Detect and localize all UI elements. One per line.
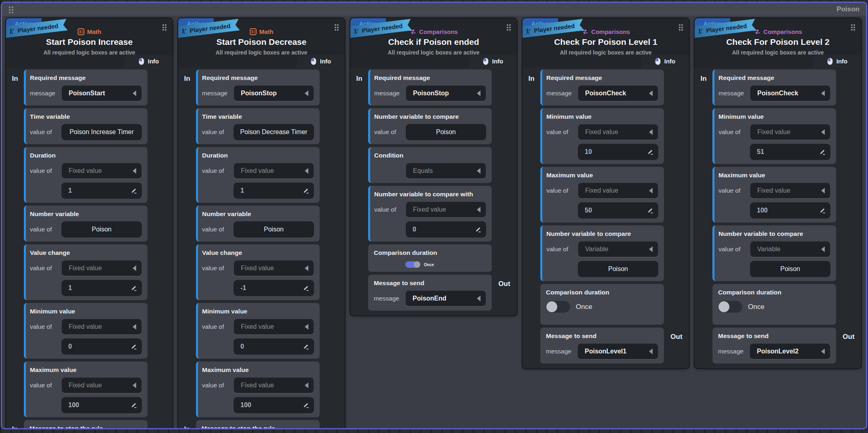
logic-group-required-message: Required messagemessagePoisonCheck: [712, 69, 836, 105]
card-drag-handle-icon[interactable]: [334, 23, 339, 30]
message-select[interactable]: PoisonStop: [234, 85, 314, 101]
info-button[interactable]: Info: [641, 55, 689, 67]
input-gutter-label: In: [6, 69, 24, 83]
value-of-select[interactable]: Variable: [578, 241, 658, 257]
value-of-select[interactable]: Fixed value: [750, 183, 830, 199]
variable-chip[interactable]: Poison Decrease Timer: [234, 124, 314, 140]
card-drag-handle-icon[interactable]: [851, 23, 855, 30]
field-row: value ofPoison: [374, 124, 486, 140]
value-of-select[interactable]: Fixed value: [234, 260, 314, 276]
value-of-select[interactable]: Fixed value: [750, 124, 830, 140]
output-gutter-label: [320, 420, 345, 425]
field-row: messagePoisonEnd: [374, 290, 486, 307]
value-of-select[interactable]: Variable: [750, 241, 830, 257]
group-title: Number variable to compare: [546, 230, 658, 238]
dropdown-arrow-icon: [133, 265, 136, 271]
info-button[interactable]: Info: [297, 55, 345, 67]
value-input[interactable]: 0: [61, 338, 142, 355]
value-text: 1: [240, 187, 303, 194]
group-row: Maximum valuevalue ofFixed value100: [6, 362, 173, 417]
value-input[interactable]: 50: [578, 202, 658, 219]
output-gutter-label: [492, 69, 517, 75]
player-icon: [525, 28, 532, 35]
value-text: 50: [585, 207, 647, 214]
edit-icon: [131, 343, 137, 350]
variable-chip[interactable]: Poison: [61, 221, 142, 238]
mouse-icon: [655, 58, 661, 65]
value-of-select[interactable]: Fixed value: [234, 377, 314, 393]
comparison-duration-toggle[interactable]: [546, 301, 570, 313]
card-drag-handle-icon[interactable]: [678, 23, 683, 30]
logic-group-required-message: Required messagemessagePoisonStop: [196, 69, 320, 105]
card-drag-handle-icon[interactable]: [162, 23, 166, 30]
logic-group-minimum-value: Minimum valuevalue ofFixed value10: [540, 108, 664, 164]
info-button[interactable]: Info: [813, 55, 861, 67]
value-input[interactable]: 1: [61, 183, 142, 199]
value-input[interactable]: 1: [234, 183, 314, 199]
info-button[interactable]: Info: [125, 55, 173, 67]
input-gutter-label: [350, 147, 368, 152]
comparison-duration-toggle[interactable]: [718, 301, 742, 313]
dropdown-arrow-icon: [305, 324, 308, 330]
dropdown-arrow-icon: [305, 168, 308, 174]
value-of-select[interactable]: Fixed value: [578, 124, 658, 140]
logic-group-time-variable: Time variablevalue ofPoison Decrease Tim…: [196, 108, 320, 144]
value-input[interactable]: 0: [234, 338, 314, 355]
value-of-select[interactable]: Fixed value: [61, 377, 142, 393]
value-of-select[interactable]: Fixed value: [234, 163, 314, 179]
value-of-select[interactable]: Fixed value: [61, 260, 142, 276]
window-drag-handle-icon[interactable]: [8, 6, 13, 13]
dropdown-arrow-icon: [477, 296, 480, 301]
option-select[interactable]: Equals: [406, 163, 486, 179]
message-select[interactable]: PoisonLevel1: [577, 343, 658, 359]
output-gutter-label: [492, 244, 517, 250]
input-gutter-label: [6, 362, 24, 367]
value-of-select[interactable]: Fixed value: [61, 163, 142, 179]
comparison-duration-toggle[interactable]: [405, 261, 420, 268]
value-of-select[interactable]: Fixed value: [578, 183, 658, 199]
variable-chip[interactable]: Poison Increase Timer: [61, 124, 142, 140]
value-of-select[interactable]: Fixed value: [406, 202, 486, 218]
value-input[interactable]: -1: [234, 280, 314, 296]
output-gutter-label: [147, 362, 173, 367]
field-row: messagePoisonStop: [374, 85, 486, 101]
input-gutter-label: [522, 167, 540, 172]
card-drag-handle-icon[interactable]: [506, 23, 511, 30]
message-select[interactable]: PoisonLevel2: [750, 343, 830, 359]
field-label: value of: [546, 128, 578, 136]
message-select[interactable]: PoisonStop: [406, 85, 486, 101]
math-icon: [250, 28, 257, 35]
logic-group-message-to-send: Message to sendmessagePoisonLevel1: [540, 328, 664, 364]
message-select[interactable]: PoisonStart: [61, 85, 142, 101]
card-body: InRequired messagemessagePoisonStopTime …: [178, 67, 345, 428]
value-text: 100: [240, 401, 303, 409]
value-input[interactable]: 100: [750, 202, 830, 219]
group-row: Comparison durationOnce: [695, 284, 861, 325]
variable-chip[interactable]: Poison: [234, 221, 314, 238]
variable-chip[interactable]: Poison: [750, 261, 830, 277]
value-input[interactable]: 1: [61, 280, 142, 296]
message-select[interactable]: PoisonCheck: [578, 85, 658, 101]
info-button[interactable]: Info: [469, 55, 517, 67]
value-of-select[interactable]: Fixed value: [234, 319, 314, 335]
value-of-select[interactable]: Fixed value: [61, 319, 142, 335]
value-input[interactable]: 10: [578, 144, 658, 160]
output-gutter-label: [664, 225, 689, 231]
selected-value: Fixed value: [413, 206, 477, 213]
output-gutter-label: [320, 147, 345, 152]
variable-chip[interactable]: Poison: [578, 261, 658, 277]
value-input[interactable]: 100: [61, 397, 142, 413]
value-input[interactable]: 0: [406, 221, 486, 238]
message-select[interactable]: PoisonEnd: [405, 290, 486, 307]
value-input[interactable]: 51: [750, 144, 830, 160]
value-input[interactable]: 100: [234, 397, 314, 413]
edit-icon: [475, 226, 481, 233]
output-gutter-label: [147, 244, 173, 250]
message-select[interactable]: PoisonCheck: [750, 85, 830, 101]
field-label: value of: [202, 167, 234, 174]
field-row: value ofFixed value: [202, 260, 314, 276]
input-gutter-label: [695, 328, 712, 333]
variable-chip[interactable]: Poison: [406, 124, 486, 140]
logic-group-maximum-value: Maximum valuevalue ofFixed value100: [196, 362, 320, 417]
field-label: message: [374, 295, 405, 302]
